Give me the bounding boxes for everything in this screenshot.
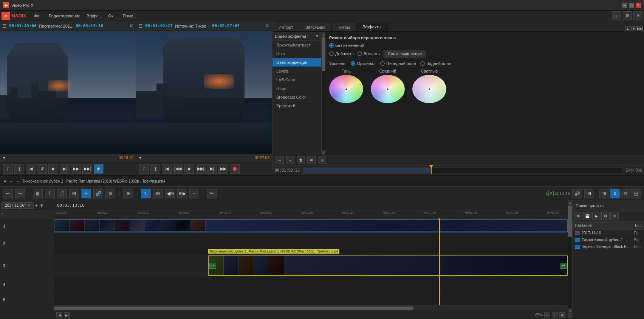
v-scroll-add[interactable]: + (568, 314, 572, 319)
btn-right-skip[interactable]: ▶▶ (218, 164, 228, 174)
btn-delete[interactable]: 🗑 (33, 189, 43, 198)
scrollbar-track[interactable] (322, 37, 325, 150)
radio-original[interactable] (351, 61, 355, 66)
proj-btn-settings[interactable]: ⚙ (601, 212, 610, 220)
wheel-shadow-control[interactable] (329, 75, 363, 103)
proj-btn-export[interactable]: ▶ (592, 212, 601, 220)
radio-add[interactable] (329, 51, 334, 56)
project-item-0[interactable]: 2017-11-16 Пр... (573, 230, 644, 237)
menu-effects[interactable]: Эффе... (84, 12, 105, 20)
btn-mark-out[interactable]: ] (14, 164, 24, 174)
proj-btn-save[interactable]: 💾 (583, 212, 591, 220)
wheel-mid-control[interactable] (371, 75, 405, 103)
effects-item-chroma[interactable]: Хромакей (272, 102, 321, 110)
btn-timeline-end[interactable]: ▶| (64, 312, 70, 318)
btn-skip-end[interactable]: ▶▶| (82, 164, 92, 174)
minimize-button[interactable]: ─ (622, 3, 627, 8)
tab-titles[interactable]: Титры (332, 23, 356, 31)
timeline-h-scrollbar[interactable] (54, 305, 568, 311)
level-bg[interactable]: Задний план (420, 61, 451, 66)
btn-right-prev[interactable]: |◀ (162, 164, 172, 174)
menu-edit[interactable]: Редактирование (46, 12, 84, 20)
timeline-tab-close[interactable]: ✕ (27, 203, 30, 208)
tab-effects[interactable]: Эффекты (356, 23, 388, 31)
monitor-right-video[interactable] (136, 31, 272, 153)
btn-rewind[interactable]: ↺ (37, 164, 47, 174)
radio-bg[interactable] (420, 61, 425, 66)
btn-text[interactable]: T (45, 189, 55, 198)
tab-import[interactable]: Импорт (272, 23, 299, 31)
level-fg[interactable]: Передний план (380, 61, 416, 66)
menu-icon-2[interactable]: ⚙ (623, 11, 632, 20)
btn-record[interactable] (230, 164, 240, 174)
btn-clear-selection[interactable]: Снять выделение (384, 50, 426, 57)
monitor-right-expand[interactable]: ⊞ (266, 23, 269, 28)
menu-icon-3[interactable]: ✕ (633, 11, 642, 20)
track-3-clip[interactable]: AB AB (208, 255, 568, 276)
effects-scrubber[interactable] (303, 167, 622, 173)
maximize-button[interactable]: □ (629, 3, 634, 8)
source-nav-back[interactable]: ▼ (3, 179, 7, 184)
effects-nav-down[interactable]: ▼ (631, 26, 636, 31)
eff-btn-delete[interactable]: 🗑 (297, 156, 305, 164)
effects-item-color-correction[interactable]: Цвет. коррекция (272, 58, 321, 67)
eff-btn-undo[interactable]: ← (276, 156, 284, 164)
btn-audio-wave[interactable]: 🎵 (57, 189, 67, 198)
effects-nav-next[interactable]: ▶▶| (637, 26, 642, 31)
wheel-highlights-control[interactable] (412, 75, 446, 103)
v-scroll-up[interactable]: ▲ (568, 200, 572, 206)
menu-ok[interactable]: Ок... (105, 12, 120, 20)
eff-btn-copy[interactable]: ⊕ (307, 156, 316, 164)
proj-btn-import[interactable]: ⊕ (574, 212, 582, 220)
btn-tab-menu[interactable]: ▼ (39, 203, 44, 208)
v-scroll-down[interactable]: ▼ (568, 308, 572, 314)
effects-nav-up[interactable]: ▲ (625, 26, 630, 31)
v-scroll-track[interactable] (568, 206, 572, 308)
btn-ripple[interactable]: ↔ (189, 189, 199, 198)
btn-play[interactable]: ▶ (48, 164, 58, 174)
monitor-left-menu[interactable]: ☰ (2, 23, 7, 29)
btn-undo[interactable]: ↩ (3, 189, 13, 198)
menu-help[interactable]: Помо... (120, 12, 140, 20)
source-nav-prev[interactable]: ← (9, 179, 14, 184)
menu-icon-1[interactable]: □□ (612, 11, 621, 20)
eff-btn-paste[interactable]: ⊞ (318, 156, 326, 164)
btn-mark-in[interactable]: [ (3, 164, 13, 174)
effects-list-arrow[interactable]: ▼ (315, 34, 319, 38)
btn-link[interactable]: 🔗 (93, 189, 103, 198)
btn-right-to-end[interactable]: ▶▶| (196, 164, 206, 174)
btn-select[interactable]: ↖ (141, 189, 151, 198)
effects-item-brightness[interactable]: Яркость/Контраст (272, 41, 321, 50)
btn-right-play[interactable]: ▶ (184, 164, 194, 174)
effects-item-glow[interactable]: Glow (272, 84, 321, 93)
btn-next-mark[interactable]: ▶| (60, 164, 70, 174)
effects-item-color[interactable]: Цвет (272, 50, 321, 58)
btn-lightning[interactable]: ⚡ (94, 164, 104, 174)
btn-mixer[interactable]: ⊞ (584, 189, 594, 198)
effects-item-levels[interactable]: Levels (272, 67, 321, 76)
close-button[interactable]: ✕ (636, 3, 641, 8)
btn-select-left[interactable]: ◀⊞ (165, 189, 175, 198)
fg-option-subtract[interactable]: Вычесть (358, 51, 380, 56)
btn-view-small[interactable]: ⊟ (621, 189, 630, 198)
btn-prev-mark[interactable]: |◀ (26, 164, 36, 174)
btn-add-tab[interactable]: + (35, 203, 38, 208)
btn-view-medium[interactable]: ≡ (610, 189, 620, 198)
btn-cut[interactable]: ✁ (207, 189, 217, 198)
btn-right-mark-out[interactable]: ] (150, 164, 160, 174)
btn-fit[interactable]: ⊞ (559, 312, 565, 318)
fg-option-add[interactable]: Добавить (329, 51, 354, 56)
btn-select-right[interactable]: ⊞▶ (177, 189, 187, 198)
btn-right-mark-in[interactable]: [ (139, 164, 149, 174)
btn-view-list[interactable]: ▤ (631, 189, 641, 198)
fg-option-no-change[interactable]: Без изменений (329, 43, 364, 48)
btn-unlink[interactable]: ⊘ (105, 189, 115, 198)
radio-fg[interactable] (380, 61, 385, 66)
btn-right-to-start[interactable]: |◀◀ (173, 164, 183, 174)
project-item-1[interactable]: Тихоокеанский рубеж 2 ... Ви... (573, 237, 644, 243)
track-1-clip[interactable] (54, 219, 568, 232)
menu-file[interactable]: Фа... (31, 12, 46, 20)
btn-razor[interactable]: ✂ (81, 189, 91, 198)
btn-audio-settings[interactable]: 🔊 (572, 189, 582, 198)
btn-overlay[interactable]: ⊞ (69, 189, 79, 198)
